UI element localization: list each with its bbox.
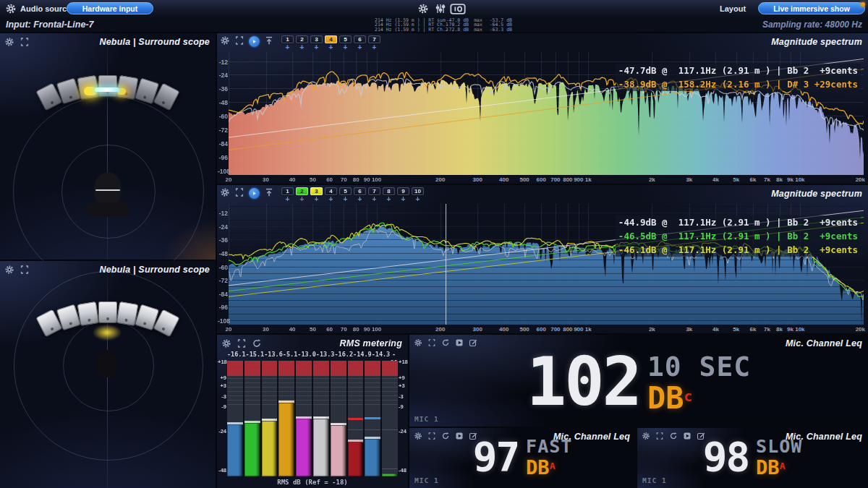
x-axis-ticks: 2030405060708090100200300400500600700800… bbox=[229, 325, 864, 334]
scope-crosshair-line bbox=[95, 189, 120, 191]
curve-add-icon[interactable]: + bbox=[329, 196, 333, 203]
curve-button[interactable]: 10+ bbox=[412, 187, 424, 203]
curve-button[interactable]: 5+ bbox=[339, 187, 352, 203]
curve-button[interactable]: 6+ bbox=[354, 187, 366, 203]
curve-button[interactable]: 8+ bbox=[383, 187, 395, 203]
curve-add-icon[interactable]: + bbox=[315, 196, 319, 203]
io-icon[interactable] bbox=[450, 4, 466, 14]
gear-icon[interactable] bbox=[414, 338, 422, 347]
x-axis-tick-label: 400 bbox=[499, 326, 509, 333]
curve-button-number[interactable]: 3 bbox=[310, 187, 323, 195]
leq-mode: FAST bbox=[526, 437, 572, 456]
curve-add-icon[interactable]: + bbox=[300, 196, 305, 203]
rms-meter-bar bbox=[296, 416, 312, 476]
curve-button-number[interactable]: 1 bbox=[281, 187, 294, 195]
curve-button[interactable]: 1+ bbox=[281, 187, 294, 203]
live-play-icon[interactable] bbox=[249, 36, 260, 47]
leq-weighting: A bbox=[550, 461, 556, 471]
sliders-icon[interactable] bbox=[435, 3, 446, 14]
curve-button-number[interactable]: 9 bbox=[397, 187, 409, 195]
curve-add-icon[interactable]: + bbox=[300, 44, 305, 51]
surround-scope-panel-2: Nebula | Surround scope bbox=[0, 261, 216, 488]
live-play-icon[interactable] bbox=[249, 188, 260, 199]
curve-button[interactable]: 7+ bbox=[368, 35, 380, 51]
curve-add-icon[interactable]: + bbox=[401, 196, 406, 203]
curve-add-icon[interactable]: + bbox=[315, 44, 319, 51]
gear-icon[interactable] bbox=[4, 265, 14, 275]
fullscreen-icon[interactable] bbox=[20, 37, 30, 47]
curve-button-number[interactable]: 5 bbox=[339, 35, 352, 43]
curve-button[interactable]: 4+ bbox=[325, 35, 337, 51]
export-arrow-icon[interactable] bbox=[264, 35, 274, 46]
curve-button[interactable]: 2+ bbox=[296, 35, 308, 51]
curve-add-icon[interactable]: + bbox=[344, 196, 348, 203]
curve-button[interactable]: 5+ bbox=[339, 35, 352, 51]
curve-button-number[interactable]: 10 bbox=[412, 187, 424, 195]
spectrum-plot[interactable]: -12-24-36-48-60-72-84-96-108 -47.7dB @ 1… bbox=[229, 52, 864, 175]
curve-button[interactable]: 2+ bbox=[296, 187, 308, 203]
curve-button-number[interactable]: 7 bbox=[368, 35, 380, 43]
curve-button-number[interactable]: 8 bbox=[383, 187, 395, 195]
x-axis-tick-label: 40 bbox=[289, 176, 296, 183]
curve-button-number[interactable]: 1 bbox=[281, 35, 294, 43]
curve-add-icon[interactable]: + bbox=[358, 44, 362, 51]
y-axis-tick-label: -24 bbox=[218, 223, 228, 231]
x-axis-tick-label: 6k bbox=[750, 176, 757, 183]
speaker-icon bbox=[77, 301, 99, 326]
x-axis-tick-label: 8k bbox=[776, 176, 783, 183]
curve-button[interactable]: 3+ bbox=[310, 35, 323, 51]
curve-button-number[interactable]: 2 bbox=[296, 187, 308, 195]
gear-icon[interactable] bbox=[221, 338, 231, 348]
top-toolbar: Audio source Hardware input Layout Live … bbox=[0, 0, 868, 17]
curve-add-icon[interactable]: + bbox=[286, 44, 290, 51]
play-icon[interactable] bbox=[455, 338, 464, 347]
live-immersive-show-button[interactable]: Live immersive show bbox=[758, 2, 865, 14]
curve-button-number[interactable]: 6 bbox=[354, 187, 366, 195]
edit-icon[interactable] bbox=[469, 338, 477, 347]
curve-button[interactable]: 1+ bbox=[281, 35, 294, 51]
x-axis-tick-label: 100 bbox=[372, 326, 381, 333]
curve-add-icon[interactable]: + bbox=[329, 44, 333, 51]
reset-icon[interactable] bbox=[252, 338, 262, 348]
gear-icon[interactable] bbox=[220, 35, 230, 46]
fullscreen-icon[interactable] bbox=[237, 338, 247, 348]
x-axis-tick-label: 3k bbox=[686, 176, 692, 183]
curve-add-icon[interactable]: + bbox=[373, 44, 377, 51]
curve-button[interactable]: 6+ bbox=[354, 35, 366, 51]
curve-button-number[interactable]: 4 bbox=[325, 35, 337, 43]
curve-add-icon[interactable]: + bbox=[416, 196, 420, 203]
hardware-input-button[interactable]: Hardware input bbox=[67, 2, 153, 14]
gear-icon[interactable] bbox=[4, 37, 14, 47]
reset-icon[interactable] bbox=[441, 338, 450, 347]
rms-meter-bar bbox=[278, 401, 294, 476]
curve-button[interactable]: 7+ bbox=[368, 187, 380, 203]
fullscreen-icon[interactable] bbox=[234, 187, 244, 197]
curve-button[interactable]: 4+ bbox=[325, 187, 337, 203]
rms-bar-meter bbox=[227, 361, 398, 476]
curve-button-number[interactable]: 5 bbox=[339, 187, 352, 195]
audio-source-gear-icon[interactable] bbox=[5, 3, 17, 14]
y-axis-tick-label: -96 bbox=[218, 154, 228, 161]
export-arrow-icon[interactable] bbox=[264, 187, 274, 197]
curve-button-number[interactable]: 7 bbox=[368, 187, 380, 195]
curve-add-icon[interactable]: + bbox=[344, 44, 348, 51]
spectrum-plot[interactable]: -12-24-36-48-60-72-84-96-108 -44.9dB @ 1… bbox=[229, 204, 864, 325]
curve-add-icon[interactable]: + bbox=[286, 196, 290, 203]
curve-add-icon[interactable]: + bbox=[387, 196, 391, 203]
gear-icon[interactable] bbox=[220, 187, 230, 197]
rms-meter-bar bbox=[313, 416, 329, 476]
settings-gear-icon[interactable] bbox=[417, 3, 429, 14]
curve-button[interactable]: 3+ bbox=[310, 187, 323, 203]
curve-button-number[interactable]: 4 bbox=[325, 187, 337, 195]
fullscreen-icon[interactable] bbox=[20, 265, 30, 275]
surround-scope-panel-1: Nebula | Surround scope bbox=[0, 33, 216, 260]
curve-button-number[interactable]: 3 bbox=[310, 35, 323, 43]
fullscreen-icon[interactable] bbox=[234, 35, 244, 46]
curve-button[interactable]: 9+ bbox=[397, 187, 409, 203]
curve-button-number[interactable]: 2 bbox=[296, 35, 308, 43]
fullscreen-icon[interactable] bbox=[427, 338, 436, 347]
x-axis-tick-label: 5k bbox=[733, 326, 739, 333]
curve-add-icon[interactable]: + bbox=[373, 196, 377, 203]
curve-button-number[interactable]: 6 bbox=[354, 35, 366, 43]
curve-add-icon[interactable]: + bbox=[358, 196, 362, 203]
